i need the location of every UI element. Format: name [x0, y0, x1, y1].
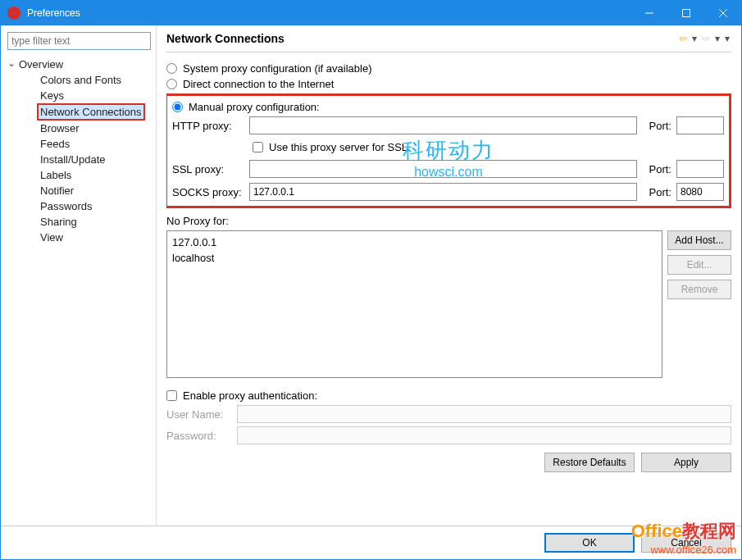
back-menu-icon[interactable]: ▾ — [690, 33, 699, 44]
radio-direct-connection[interactable]: Direct connection to the Internet — [166, 78, 731, 90]
radio-system-proxy-input[interactable] — [166, 63, 177, 74]
list-item[interactable]: localhost — [172, 250, 657, 266]
preferences-tree: Overview Colors and Fonts Keys Network C… — [4, 57, 152, 245]
forward-menu-icon[interactable]: ▾ — [713, 33, 722, 44]
no-proxy-list[interactable]: 127.0.0.1 localhost — [166, 230, 662, 378]
cancel-button[interactable]: Cancel — [641, 533, 731, 553]
manual-proxy-section: Manual proxy configuration: HTTP proxy: … — [166, 93, 731, 208]
tree-item-feeds[interactable]: Feeds — [4, 136, 152, 152]
svg-rect-1 — [682, 10, 690, 17]
ok-button[interactable]: OK — [544, 533, 635, 553]
password-input — [237, 426, 731, 444]
tree-item-passwords[interactable]: Passwords — [4, 198, 152, 214]
socks-proxy-input[interactable] — [249, 183, 637, 201]
use-for-ssl-label: Use this proxy server for SSL — [269, 141, 407, 153]
tree-item-keys[interactable]: Keys — [4, 88, 152, 103]
radio-system-proxy-label: System proxy configuration (if available… — [183, 62, 372, 75]
http-proxy-input[interactable] — [249, 116, 637, 134]
close-button[interactable] — [704, 1, 741, 25]
dialog-footer: OK Cancel — [1, 526, 741, 559]
tree-item-browser[interactable]: Browser — [4, 121, 152, 136]
username-input — [237, 405, 731, 423]
enable-auth-row[interactable]: Enable proxy authentication: — [166, 389, 731, 402]
ssl-port-label: Port: — [642, 163, 671, 175]
radio-manual-proxy[interactable]: Manual proxy configuration: — [172, 101, 724, 113]
ssl-port-input[interactable] — [676, 160, 724, 178]
forward-icon: ⇨ — [700, 33, 712, 44]
window-title: Preferences — [27, 7, 630, 19]
back-icon[interactable]: ⇦ — [677, 33, 689, 44]
titlebar: Preferences — [1, 1, 741, 25]
tree-item-notifier[interactable]: Notifier — [4, 183, 152, 198]
enable-auth-label: Enable proxy authentication: — [183, 389, 317, 402]
page-title: Network Connections — [166, 32, 677, 45]
socks-proxy-label: SOCKS proxy: — [172, 186, 244, 198]
tree-item-install-update[interactable]: Install/Update — [4, 152, 152, 167]
tree-item-colors-and-fonts[interactable]: Colors and Fonts — [4, 72, 152, 88]
minimize-button[interactable] — [630, 1, 667, 25]
enable-auth-checkbox[interactable] — [166, 390, 177, 401]
no-proxy-label: No Proxy for: — [166, 215, 731, 227]
tree-item-view[interactable]: View — [4, 230, 152, 245]
edit-host-button: Edit... — [667, 255, 731, 275]
tree-root-overview[interactable]: Overview — [4, 57, 152, 72]
use-for-ssl-checkbox[interactable] — [253, 142, 263, 153]
maximize-button[interactable] — [667, 1, 704, 25]
add-host-button[interactable]: Add Host... — [667, 230, 731, 250]
radio-manual-proxy-input[interactable] — [172, 102, 183, 112]
radio-manual-proxy-label: Manual proxy configuration: — [189, 101, 320, 113]
use-for-ssl-row[interactable]: Use this proxy server for SSL — [249, 139, 724, 155]
apply-button[interactable]: Apply — [641, 453, 731, 472]
socks-port-label: Port: — [642, 186, 671, 198]
radio-direct-connection-input[interactable] — [166, 79, 177, 89]
tree-item-sharing[interactable]: Sharing — [4, 214, 152, 230]
ssl-proxy-label: SSL proxy: — [172, 163, 244, 175]
radio-system-proxy[interactable]: System proxy configuration (if available… — [166, 62, 731, 75]
main-panel: Network Connections ⇦ ▾ ⇨ ▾ ▾ System pro… — [157, 25, 741, 526]
remove-host-button: Remove — [667, 280, 731, 299]
app-icon — [7, 7, 20, 20]
socks-port-input[interactable] — [676, 183, 724, 201]
sidebar: Overview Colors and Fonts Keys Network C… — [1, 25, 157, 526]
password-label: Password: — [166, 430, 232, 442]
radio-direct-connection-label: Direct connection to the Internet — [183, 78, 334, 90]
http-port-input[interactable] — [676, 116, 724, 134]
http-proxy-label: HTTP proxy: — [172, 120, 244, 132]
tree-item-network-connections[interactable]: Network Connections — [37, 103, 145, 121]
tree-item-labels[interactable]: Labels — [4, 167, 152, 183]
page-nav-icons: ⇦ ▾ ⇨ ▾ ▾ — [677, 33, 731, 44]
list-item[interactable]: 127.0.0.1 — [172, 234, 657, 250]
http-port-label: Port: — [642, 120, 671, 132]
menu-icon[interactable]: ▾ — [723, 33, 731, 44]
ssl-proxy-input[interactable] — [249, 160, 637, 178]
username-label: User Name: — [166, 408, 232, 421]
filter-input[interactable] — [7, 32, 151, 50]
restore-defaults-button[interactable]: Restore Defaults — [544, 453, 635, 472]
